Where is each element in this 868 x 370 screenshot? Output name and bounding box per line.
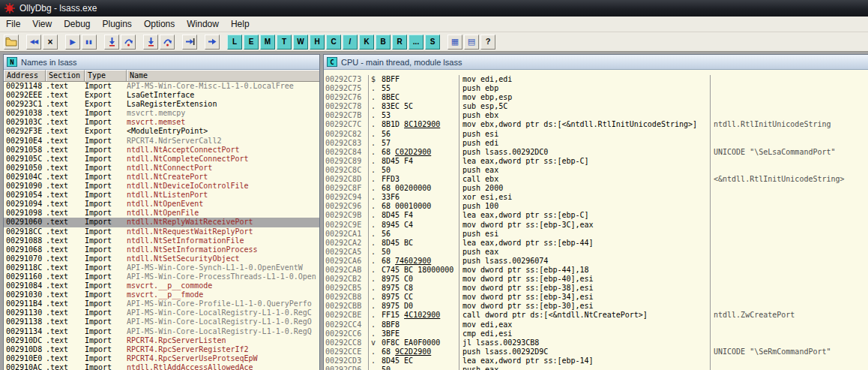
names-row[interactable]: 00291130.textImportAPI-MS-Win-Core-Local… [4,308,319,317]
names-row[interactable]: 00291070.textImportntdll.NtSetSecurityOb… [4,254,319,263]
column-header-section[interactable]: Section [46,70,85,81]
names-row[interactable]: 00291054.textImportntdll.NtListenPort [4,191,319,200]
execute-till-return-button[interactable] [182,35,197,50]
disassembly-row[interactable]: 00292C8D.FFD3call ebx<&ntdll.RtlInitUnic… [324,175,868,184]
names-row[interactable]: 0029118C.textImportAPI-MS-Win-Core-Synch… [4,263,319,272]
disassembly-row[interactable]: 00292CA1.56push esi [324,230,868,239]
go-to-button[interactable] [205,35,220,50]
help-button[interactable]: ? [480,35,495,50]
disassembly-row[interactable]: 00292C84.68 C02D2900push lsass.00292DC0U… [324,148,868,157]
app-titlebar[interactable]: OllyDbg - lsass.exe [0,0,868,17]
disassembly-row[interactable]: 00292C89.8D45 F4lea eax,dword ptr ss:[eb… [324,157,868,166]
disassembly-row[interactable]: 00292CD3.8D45 EClea eax,dword ptr ss:[eb… [324,356,868,365]
names-window-titlebar[interactable]: N Names in lsass [4,55,319,70]
panel-button-dots[interactable]: ... [409,35,424,50]
names-row[interactable]: 00291088.textImportntdll.NtSetInformatio… [4,236,319,245]
menu-item-options[interactable]: Options [138,17,181,32]
names-row[interactable]: 00291098.textImportntdll.NtOpenFile [4,209,319,218]
disassembly-row[interactable]: 00292C94.33F6xor esi,esi [324,193,868,202]
disassembly-row[interactable]: 00292CC8v0F8C EA0F0000jl lsass.00293CB8 [324,338,868,347]
names-row[interactable]: 00292F3E.textExport<ModuleEntryPoint> [4,127,319,136]
names-row[interactable]: 002918CC.textImportntdll.NtRequestWaitRe… [4,227,319,236]
disassembly-row[interactable]: 00292C83.57push edi [324,139,868,148]
names-row[interactable]: 00291090.textImportntdll.NtDeviceIoContr… [4,182,319,191]
names-row[interactable]: 00291134.textImportAPI-MS-Win-Core-Local… [4,327,319,336]
disassembly-row[interactable]: 00292C78.83EC 5Csub esp,5C [324,102,868,111]
names-row[interactable]: 00291030.textImportmsvcrt.__p__fmode [4,290,319,299]
disassembly-row[interactable]: 00292CB5.8975 C8mov dword ptr ss:[ebp-38… [324,284,868,293]
names-row[interactable]: 00291068.textImportntdll.NtSetInformatio… [4,245,319,254]
disassembly-row[interactable]: 00292C8F.68 00200000push 2000 [324,184,868,193]
pause-button[interactable]: ▮▮ [82,35,97,50]
names-row[interactable]: 00291138.textImportAPI-MS-Win-Core-Local… [4,317,319,326]
disassembly-row[interactable]: 00292C76.8BECmov ebp,esp [324,93,868,102]
disassembly-row[interactable]: 00292CCE.68 9C2D2900push lsass.00292D9CU… [324,347,868,356]
disassembly-row[interactable]: 00292C75.55push ebp [324,84,868,93]
animate-into-button[interactable] [143,35,158,50]
disassembly-row[interactable]: 00292C73$8BFFmov edi,edi [324,75,868,84]
windows-button[interactable]: ▦ [447,35,462,50]
names-row[interactable]: 00291058.textImportntdll.NtAcceptConnect… [4,146,319,155]
names-row[interactable]: 002910DC.textImportRPCRT4.RpcServerListe… [4,336,319,345]
menu-item-debug[interactable]: Debug [58,17,96,32]
cpu-window-titlebar[interactable]: C CPU - main thread, module lsass [324,55,868,70]
names-row[interactable]: 00291060.textImportntdll.NtReplyWaitRece… [4,218,319,227]
names-row[interactable]: 002910D8.textImportRPCRT4.RpcServerRegis… [4,345,319,354]
panel-button-h[interactable]: H [310,35,325,50]
column-header-type[interactable]: Type [85,70,127,81]
disassembly-row[interactable]: 00292C9E.8945 C4mov dword ptr ss:[ebp-3C… [324,221,868,230]
menu-item-window[interactable]: Window [181,17,225,32]
names-row[interactable]: 0029104C.textImportntdll.NtCreatePort [4,173,319,182]
names-row[interactable]: 002910AC.textImportntdll.RtlAddAccessAll… [4,363,319,370]
names-row[interactable]: 002910E4.textImportRPCRT4.NdrServerCall2 [4,137,319,146]
panel-button-r[interactable]: R [392,35,407,50]
panel-button-l[interactable]: L [227,35,242,50]
panel-button-s[interactable]: S [425,35,440,50]
open-file-button[interactable] [4,35,19,50]
disassembly-row[interactable]: 00292C7B.53push ebx [324,111,868,120]
disassembly-row[interactable]: 00292CBE.FF15 4C102900call dword ptr ds:… [324,311,868,320]
names-row[interactable]: 00291094.textImportntdll.NtOpenEvent [4,200,319,209]
disassembly-row[interactable]: 00292CAB.C745 BC 18000000mov dword ptr s… [324,266,868,275]
disassembly-row[interactable]: 00292C8C.50push eax [324,166,868,175]
panel-button-c[interactable]: C [326,35,341,50]
disassembly-row[interactable]: 00292CA6.68 74602900push lsass.00296074 [324,257,868,266]
disassembly-row[interactable]: 00292CB8.8975 CCmov dword ptr ss:[ebp-34… [324,293,868,302]
menu-item-help[interactable]: Help [225,17,256,32]
disassembly-row[interactable]: 00292C96.68 00010000push 100 [324,202,868,211]
names-row[interactable]: 00291084.textImportmsvcrt.__p__commode [4,281,319,290]
disassembly-row[interactable]: 00292CC6.3BFEcmp edi,esi [324,329,868,338]
step-over-button[interactable] [121,35,136,50]
animate-over-button[interactable] [160,35,175,50]
panel-button-k[interactable]: K [359,35,374,50]
names-row[interactable]: 002910E0.textImportRPCRT4.RpcServerUsePr… [4,354,319,363]
names-row[interactable]: 002911B4.textImportAPI-MS-Win-Core-Profi… [4,299,319,308]
names-row[interactable]: 00292EEE.textExportLsaGetInterface [4,91,319,100]
disassembly-row[interactable]: 00292CC4.8BF8mov edi,eax [324,320,868,329]
menu-item-view[interactable]: View [26,17,58,32]
column-header-name[interactable]: Name [127,70,319,81]
names-row[interactable]: 0029103C.textImportmsvcrt.memset [4,118,319,127]
panel-button-t[interactable]: T [277,35,292,50]
step-into-button[interactable] [104,35,119,50]
names-row[interactable]: 00291050.textImportntdll.NtConnectPort [4,164,319,173]
panel-button-w[interactable]: W [293,35,308,50]
names-row[interactable]: 00291148.textImportAPI-MS-Win-Core-Misc-… [4,82,319,91]
close-button[interactable]: × [43,35,58,50]
panel-button-e[interactable]: E [244,35,259,50]
panel-button-slash[interactable]: / [343,35,358,50]
appearance-button[interactable]: ▤ [464,35,479,50]
menu-item-file[interactable]: File [0,17,26,32]
disassembly-row[interactable]: 00292CD6.50push eax [324,365,868,370]
disassembly-row[interactable]: 00292CB2.8975 C0mov dword ptr ss:[ebp-40… [324,275,868,284]
disassembly-row[interactable]: 00292CBB.8975 D0mov dword ptr ss:[ebp-30… [324,302,868,311]
column-header-address[interactable]: Address [4,70,46,81]
disassembly-row[interactable]: 00292CA2.8D45 BClea eax,dword ptr ss:[eb… [324,239,868,248]
run-button[interactable]: ▶ [65,35,80,50]
disassembly-row[interactable]: 00292C7C.8B1D 8C102900mov ebx,dword ptr … [324,120,868,129]
names-row[interactable]: 00291160.textImportAPI-MS-Win-Core-Proce… [4,272,319,281]
disassembly-row[interactable]: 00292C82.56push esi [324,130,868,139]
restart-button[interactable]: ◀◀ [26,35,41,50]
names-row[interactable]: 00291038.textImportmsvcrt.memcpy [4,109,319,118]
disassembly-row[interactable]: 00292C9B.8D45 F4lea eax,dword ptr ss:[eb… [324,211,868,220]
